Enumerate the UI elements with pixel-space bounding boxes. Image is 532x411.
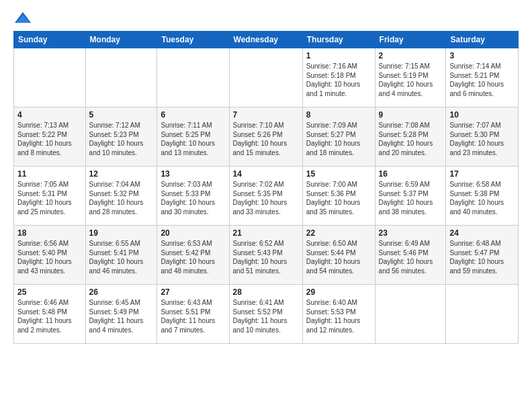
day-cell: 27Sunrise: 6:43 AM Sunset: 5:51 PM Dayli… xyxy=(157,285,229,344)
day-cell: 22Sunrise: 6:50 AM Sunset: 5:44 PM Dayli… xyxy=(302,226,375,285)
day-info: Sunrise: 6:40 AM Sunset: 5:53 PM Dayligh… xyxy=(306,298,371,334)
col-header-wednesday: Wednesday xyxy=(229,32,302,48)
day-number: 13 xyxy=(161,169,225,179)
day-number: 15 xyxy=(306,169,371,179)
day-cell: 3Sunrise: 7:14 AM Sunset: 5:21 PM Daylig… xyxy=(446,48,519,107)
day-info: Sunrise: 7:14 AM Sunset: 5:21 PM Dayligh… xyxy=(449,62,515,98)
day-number: 20 xyxy=(161,228,225,238)
day-cell xyxy=(157,48,229,107)
day-number: 25 xyxy=(17,287,82,297)
day-number: 5 xyxy=(89,110,154,120)
day-cell: 10Sunrise: 7:07 AM Sunset: 5:30 PM Dayli… xyxy=(446,107,519,167)
day-info: Sunrise: 7:13 AM Sunset: 5:22 PM Dayligh… xyxy=(17,121,82,157)
header xyxy=(13,11,519,26)
day-cell: 20Sunrise: 6:53 AM Sunset: 5:42 PM Dayli… xyxy=(157,226,229,285)
day-info: Sunrise: 7:10 AM Sunset: 5:26 PM Dayligh… xyxy=(233,121,299,157)
day-cell: 2Sunrise: 7:15 AM Sunset: 5:19 PM Daylig… xyxy=(375,48,446,107)
week-row-1: 4Sunrise: 7:13 AM Sunset: 5:22 PM Daylig… xyxy=(14,107,519,167)
day-number: 7 xyxy=(233,110,299,120)
day-info: Sunrise: 6:59 AM Sunset: 5:37 PM Dayligh… xyxy=(379,180,443,216)
logo-icon xyxy=(13,11,32,26)
day-cell: 7Sunrise: 7:10 AM Sunset: 5:26 PM Daylig… xyxy=(229,107,302,167)
day-info: Sunrise: 7:04 AM Sunset: 5:32 PM Dayligh… xyxy=(89,180,154,216)
day-number: 6 xyxy=(161,110,225,120)
day-cell xyxy=(14,48,86,107)
col-header-friday: Friday xyxy=(375,32,446,48)
day-info: Sunrise: 6:55 AM Sunset: 5:41 PM Dayligh… xyxy=(89,239,154,275)
day-cell: 13Sunrise: 7:03 AM Sunset: 5:33 PM Dayli… xyxy=(157,167,229,226)
week-row-4: 25Sunrise: 6:46 AM Sunset: 5:48 PM Dayli… xyxy=(14,285,519,344)
day-info: Sunrise: 7:16 AM Sunset: 5:18 PM Dayligh… xyxy=(306,62,371,98)
day-number: 1 xyxy=(306,51,371,60)
day-number: 27 xyxy=(161,287,225,297)
day-number: 10 xyxy=(449,110,515,120)
day-cell: 15Sunrise: 7:00 AM Sunset: 5:36 PM Dayli… xyxy=(302,167,375,226)
day-number: 4 xyxy=(17,110,82,120)
day-info: Sunrise: 7:08 AM Sunset: 5:28 PM Dayligh… xyxy=(379,121,443,157)
day-info: Sunrise: 6:45 AM Sunset: 5:49 PM Dayligh… xyxy=(89,298,154,334)
day-number: 11 xyxy=(17,169,82,179)
day-cell: 12Sunrise: 7:04 AM Sunset: 5:32 PM Dayli… xyxy=(85,167,157,226)
day-info: Sunrise: 6:48 AM Sunset: 5:47 PM Dayligh… xyxy=(449,239,515,275)
day-number: 16 xyxy=(379,169,443,179)
day-cell: 1Sunrise: 7:16 AM Sunset: 5:18 PM Daylig… xyxy=(302,48,375,107)
col-header-thursday: Thursday xyxy=(302,32,375,48)
day-number: 24 xyxy=(449,228,515,238)
day-cell: 28Sunrise: 6:41 AM Sunset: 5:52 PM Dayli… xyxy=(229,285,302,344)
day-number: 23 xyxy=(379,228,443,238)
calendar-table: SundayMondayTuesdayWednesdayThursdayFrid… xyxy=(13,31,519,344)
day-info: Sunrise: 7:12 AM Sunset: 5:23 PM Dayligh… xyxy=(89,121,154,157)
header-row: SundayMondayTuesdayWednesdayThursdayFrid… xyxy=(14,32,519,48)
day-number: 14 xyxy=(233,169,299,179)
col-header-monday: Monday xyxy=(85,32,157,48)
day-cell: 8Sunrise: 7:09 AM Sunset: 5:27 PM Daylig… xyxy=(302,107,375,167)
day-cell: 23Sunrise: 6:49 AM Sunset: 5:46 PM Dayli… xyxy=(375,226,446,285)
day-number: 17 xyxy=(449,169,515,179)
day-info: Sunrise: 6:49 AM Sunset: 5:46 PM Dayligh… xyxy=(379,239,443,275)
week-row-2: 11Sunrise: 7:05 AM Sunset: 5:31 PM Dayli… xyxy=(14,167,519,226)
day-cell xyxy=(229,48,302,107)
day-cell: 18Sunrise: 6:56 AM Sunset: 5:40 PM Dayli… xyxy=(14,226,86,285)
col-header-saturday: Saturday xyxy=(446,32,519,48)
day-number: 21 xyxy=(233,228,299,238)
day-cell: 21Sunrise: 6:52 AM Sunset: 5:43 PM Dayli… xyxy=(229,226,302,285)
day-info: Sunrise: 6:58 AM Sunset: 5:38 PM Dayligh… xyxy=(449,180,515,216)
day-number: 2 xyxy=(379,51,443,60)
day-info: Sunrise: 7:05 AM Sunset: 5:31 PM Dayligh… xyxy=(17,180,82,216)
col-header-sunday: Sunday xyxy=(14,32,86,48)
day-info: Sunrise: 7:11 AM Sunset: 5:25 PM Dayligh… xyxy=(161,121,225,157)
day-cell: 19Sunrise: 6:55 AM Sunset: 5:41 PM Dayli… xyxy=(85,226,157,285)
day-cell: 9Sunrise: 7:08 AM Sunset: 5:28 PM Daylig… xyxy=(375,107,446,167)
day-number: 12 xyxy=(89,169,154,179)
day-number: 28 xyxy=(233,287,299,297)
day-number: 3 xyxy=(449,51,515,60)
day-cell: 25Sunrise: 6:46 AM Sunset: 5:48 PM Dayli… xyxy=(14,285,86,344)
day-cell: 29Sunrise: 6:40 AM Sunset: 5:53 PM Dayli… xyxy=(302,285,375,344)
day-number: 8 xyxy=(306,110,371,120)
col-header-tuesday: Tuesday xyxy=(157,32,229,48)
day-cell xyxy=(375,285,446,344)
day-info: Sunrise: 7:02 AM Sunset: 5:35 PM Dayligh… xyxy=(233,180,299,216)
day-info: Sunrise: 6:41 AM Sunset: 5:52 PM Dayligh… xyxy=(233,298,299,334)
day-info: Sunrise: 6:43 AM Sunset: 5:51 PM Dayligh… xyxy=(161,298,225,334)
day-cell: 5Sunrise: 7:12 AM Sunset: 5:23 PM Daylig… xyxy=(85,107,157,167)
day-cell: 17Sunrise: 6:58 AM Sunset: 5:38 PM Dayli… xyxy=(446,167,519,226)
day-info: Sunrise: 7:03 AM Sunset: 5:33 PM Dayligh… xyxy=(161,180,225,216)
day-number: 22 xyxy=(306,228,371,238)
day-info: Sunrise: 7:09 AM Sunset: 5:27 PM Dayligh… xyxy=(306,121,371,157)
day-info: Sunrise: 6:52 AM Sunset: 5:43 PM Dayligh… xyxy=(233,239,299,275)
day-cell: 11Sunrise: 7:05 AM Sunset: 5:31 PM Dayli… xyxy=(14,167,86,226)
day-number: 9 xyxy=(379,110,443,120)
day-number: 18 xyxy=(17,228,82,238)
day-cell: 26Sunrise: 6:45 AM Sunset: 5:49 PM Dayli… xyxy=(85,285,157,344)
day-number: 19 xyxy=(89,228,154,238)
day-info: Sunrise: 6:53 AM Sunset: 5:42 PM Dayligh… xyxy=(161,239,225,275)
day-number: 29 xyxy=(306,287,371,297)
day-info: Sunrise: 6:56 AM Sunset: 5:40 PM Dayligh… xyxy=(17,239,82,275)
day-info: Sunrise: 6:46 AM Sunset: 5:48 PM Dayligh… xyxy=(17,298,82,334)
day-cell: 14Sunrise: 7:02 AM Sunset: 5:35 PM Dayli… xyxy=(229,167,302,226)
day-cell: 24Sunrise: 6:48 AM Sunset: 5:47 PM Dayli… xyxy=(446,226,519,285)
day-info: Sunrise: 7:15 AM Sunset: 5:19 PM Dayligh… xyxy=(379,62,443,98)
day-cell xyxy=(85,48,157,107)
week-row-3: 18Sunrise: 6:56 AM Sunset: 5:40 PM Dayli… xyxy=(14,226,519,285)
